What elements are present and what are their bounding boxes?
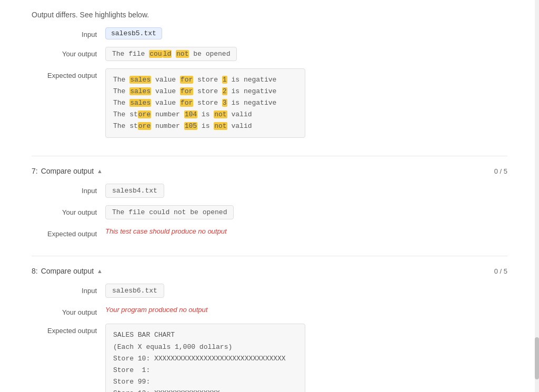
expected-output-value-top: The sales value for store 1 is negative …	[105, 68, 507, 138]
expected-line-2: The sales value for store 2 is negative	[113, 86, 297, 97]
el3p2: sales	[129, 99, 151, 107]
el4p2: ore	[138, 110, 151, 118]
el1p4: for	[180, 76, 193, 84]
el2p3: value	[151, 87, 180, 95]
hl-part-4	[172, 50, 176, 58]
expected-output-red-7: This test case should produce no output	[105, 227, 227, 235]
section-7-header: 7: Compare output ▲ 0 / 5	[32, 167, 507, 175]
your-output-red-8: Your program produced no output	[105, 306, 207, 314]
input-value-8: salesb6.txt	[105, 284, 507, 298]
your-output-box-7: The file could not be opened	[105, 205, 234, 219]
expected-box-8: SALES BAR CHART(Each X equals 1,000 doll…	[105, 324, 305, 392]
el5p2: ore	[138, 122, 151, 130]
section-7-title-text: Compare output	[41, 167, 94, 175]
el2p1: The	[113, 87, 129, 95]
el3p3: value	[151, 99, 180, 107]
el5p7: valid	[227, 122, 252, 130]
chevron-up-icon-7: ▲	[97, 168, 103, 174]
section-7-score: 0 / 5	[494, 167, 507, 175]
your-output-value-7: The file could not be opened	[105, 205, 507, 219]
section-8-number-label: 8:	[32, 267, 38, 275]
input-badge-7: salesb4.txt	[105, 184, 164, 198]
your-output-label-top: Your output	[32, 47, 105, 58]
scrollbar-thumb[interactable]	[535, 337, 539, 379]
expected-output-row-7: Expected output This test case should pr…	[32, 227, 507, 238]
your-output-label-8: Your output	[32, 305, 105, 316]
your-output-value-top: The file could not be opened	[105, 47, 507, 61]
el2p7: is negative	[227, 87, 277, 95]
your-output-value-8: Your program produced no output	[105, 305, 507, 314]
el4p4: 104	[184, 110, 197, 118]
expected-line-8: Store 1:	[113, 365, 297, 376]
your-output-row-7: Your output The file could not be opened	[32, 205, 507, 219]
input-value-top: salesb5.txt	[105, 27, 507, 39]
output-differs-notice: Output differs. See highlights below.	[32, 11, 507, 19]
el5p3: number	[151, 122, 184, 130]
expected-output-value-8: SALES BAR CHART(Each X equals 1,000 doll…	[105, 324, 507, 392]
section-7: 7: Compare output ▲ 0 / 5 Input salesb4.…	[32, 156, 507, 256]
section-top: Output differs. See highlights below. In…	[32, 0, 507, 156]
expected-line-5: The store number 105 is not valid	[113, 120, 297, 132]
el3p6: 3	[222, 99, 227, 107]
expected-output-label-8: Expected output	[32, 324, 105, 335]
el4p3: number	[151, 110, 184, 118]
el5p5: is	[197, 122, 214, 130]
input-label-8: Input	[32, 284, 105, 295]
expected-output-row-8: Expected output SALES BAR CHART(Each X e…	[32, 324, 507, 392]
input-row-7: Input salesb4.txt	[32, 184, 507, 198]
expected-output-row-top: Expected output The sales value for stor…	[32, 68, 507, 138]
expected-line-8: Store 10: XXXXXXXXXXXXXXXXXXXXXXXXXXXXXX…	[113, 353, 297, 365]
expected-output-label-7: Expected output	[32, 227, 105, 238]
your-output-row-8: Your output Your program produced no out…	[32, 305, 507, 316]
expected-line-8: Store 99:	[113, 376, 297, 388]
expected-line-8: SALES BAR CHART	[113, 329, 297, 341]
el2p2: sales	[129, 87, 151, 95]
your-output-row-top: Your output The file could not be opened	[32, 47, 507, 61]
el5p4: 105	[184, 122, 197, 130]
el1p6: 1	[222, 76, 227, 84]
el4p7: valid	[227, 110, 252, 118]
expected-line-3: The sales value for store 3 is negative	[113, 97, 297, 109]
section-8-title[interactable]: 8: Compare output ▲	[32, 267, 103, 275]
section-8-header: 8: Compare output ▲ 0 / 5	[32, 267, 507, 275]
el4p5: is	[197, 110, 214, 118]
expected-line-1: The sales value for store 1 is negative	[113, 74, 297, 86]
page-container: Output differs. See highlights below. In…	[0, 0, 539, 392]
el3p5: store	[193, 99, 222, 107]
your-output-box-top: The file could not be opened	[105, 47, 237, 61]
el1p5: store	[193, 76, 222, 84]
input-row-top: Input salesb5.txt	[32, 27, 507, 39]
hl-part-1: The file	[112, 50, 149, 58]
el5p1: The st	[113, 122, 138, 130]
el2p4: for	[180, 87, 193, 95]
el1p3: value	[151, 76, 180, 84]
hl-part-3: ld	[163, 50, 172, 58]
hl-part-2: cou	[149, 50, 162, 58]
el3p7: is negative	[227, 99, 277, 107]
section-8-score: 0 / 5	[494, 267, 507, 275]
your-output-label-7: Your output	[32, 205, 105, 216]
hl-part-6: be opened	[189, 50, 230, 58]
el2p5: store	[193, 87, 222, 95]
input-label-7: Input	[32, 184, 105, 195]
expected-line-4: The store number 104 is not valid	[113, 109, 297, 120]
expected-box-top: The sales value for store 1 is negative …	[105, 68, 305, 138]
scrollbar-track[interactable]	[535, 0, 539, 392]
el5p6: not	[214, 122, 227, 130]
expected-output-value-7: This test case should produce no output	[105, 227, 507, 235]
input-badge-top: salesb5.txt	[105, 27, 162, 39]
el1p7: is negative	[227, 76, 277, 84]
input-value-7: salesb4.txt	[105, 184, 507, 198]
section-7-title[interactable]: 7: Compare output ▲	[32, 167, 103, 175]
section-7-number-label: 7:	[32, 167, 38, 175]
el3p4: for	[180, 99, 193, 107]
hl-part-5: not	[176, 50, 189, 58]
main-content: Output differs. See highlights below. In…	[0, 0, 539, 392]
expected-line-8: (Each X equals 1,000 dollars)	[113, 341, 297, 353]
el1p1: The	[113, 76, 129, 84]
expected-line-8: Store 13: XXXXXXXXXXXXXXXX	[113, 388, 297, 392]
el2p6: 2	[222, 87, 227, 95]
input-label-top: Input	[32, 27, 105, 38]
el3p1: The	[113, 99, 129, 107]
chevron-up-icon-8: ▲	[97, 268, 103, 274]
